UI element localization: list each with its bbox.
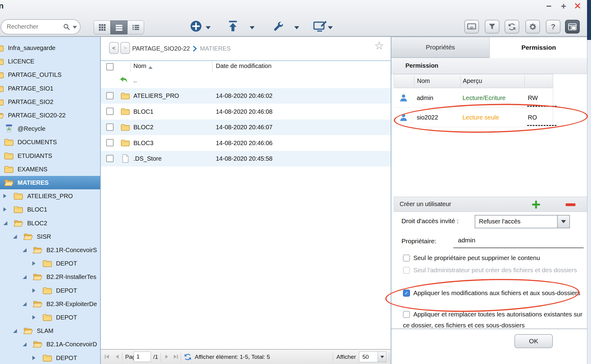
refresh-icon[interactable] (505, 20, 519, 34)
ok-button[interactable]: OK (514, 334, 553, 348)
sidebar-item-b2-3r-exploiterde[interactable]: B2.3R-ExploiterDe (0, 297, 100, 311)
file-row-bloc2[interactable]: BLOC214-08-2020 20:46:07 (101, 120, 391, 135)
page-size-select[interactable]: 50 (359, 352, 386, 362)
minimize-button[interactable]: − (543, 1, 555, 12)
tree-expanded-arrow-icon[interactable] (13, 329, 17, 333)
help-icon[interactable]: ? (546, 20, 560, 34)
sidebar-item-b2-1r-concevoirs[interactable]: B2.1R-ConcevoirS (0, 243, 100, 257)
sidebar-item-bloc1[interactable]: BLOC1 (0, 203, 100, 216)
back-button[interactable]: < (109, 42, 119, 54)
sidebar-item-depot[interactable]: DEPOT (0, 311, 100, 324)
column-header-name[interactable]: Nom (133, 62, 146, 70)
tools-caret-icon[interactable] (294, 26, 299, 29)
tools-wrench-icon[interactable] (273, 21, 284, 34)
remote-mount-caret-icon[interactable] (328, 26, 333, 29)
previous-page-icon[interactable] (114, 354, 120, 360)
tree-expanded-arrow-icon[interactable] (23, 302, 27, 306)
sidebar-item-partage-sio1[interactable]: PARTAGE_SIO1 (0, 82, 100, 95)
file-row-ds-store[interactable]: .DS_Store14-08-2020 20:45:58 (101, 151, 391, 166)
search-box[interactable] (1, 19, 81, 34)
tree-collapsed-arrow-icon[interactable] (3, 207, 6, 212)
magnifier-icon[interactable] (63, 23, 70, 30)
row-checkbox[interactable] (106, 155, 114, 162)
row-checkbox[interactable] (106, 108, 114, 115)
sidebar-item-ateliers-pro[interactable]: ATELIERS_PRO (0, 189, 100, 203)
view-grid-button[interactable] (94, 20, 111, 34)
tab-proprietes[interactable]: Propriétés (391, 37, 490, 58)
tree-collapsed-arrow-icon[interactable] (32, 315, 35, 319)
tree-collapsed-arrow-icon[interactable] (32, 288, 35, 293)
remote-mount-icon[interactable] (313, 20, 327, 34)
row-checkbox[interactable] (106, 123, 114, 131)
add-user-icon[interactable] (531, 200, 541, 209)
layout-panel-icon[interactable] (565, 20, 580, 34)
column-header-date[interactable]: Date de modification (216, 62, 271, 70)
sidebar-item-partage-sio2[interactable]: PARTAGE_SIO2 (0, 95, 100, 109)
sidebar-item-documents[interactable]: DOCUMENTS (0, 135, 100, 149)
next-page-icon[interactable] (164, 354, 170, 360)
sidebar-item-partage-outils[interactable]: PARTAGE_OUTILS (0, 68, 100, 81)
sidebar-item-examens[interactable]: EXAMENS (0, 162, 100, 176)
tree-collapsed-arrow-icon[interactable] (3, 194, 6, 198)
sidebar-item-recycle[interactable]: @Recycle (0, 122, 100, 135)
guest-access-caret-icon[interactable] (557, 216, 569, 228)
sidebar-item-matieres[interactable]: MATIERES (0, 176, 100, 189)
close-button[interactable]: ✕ (571, 1, 584, 12)
sidebar-item-b2-2r-installertes[interactable]: B2.2R-InstallerTes (0, 270, 100, 284)
tree-expanded-arrow-icon[interactable] (23, 248, 27, 252)
sidebar-item-depot[interactable]: DEPOT (0, 284, 100, 297)
file-row-bloc3[interactable]: BLOC314-08-2020 20:46:06 (101, 135, 391, 151)
search-input[interactable] (6, 22, 62, 31)
sidebar-item-depot[interactable]: DEPOT (0, 257, 100, 270)
forward-button[interactable]: > (120, 42, 130, 54)
scrollbar-track[interactable] (587, 40, 591, 364)
sidebar-item-infra-sauvegarde[interactable]: Infra_sauvegarde (0, 41, 100, 55)
sort-ascending-icon[interactable] (148, 66, 153, 69)
tab-permission[interactable]: Permission (490, 37, 588, 58)
page-size-caret-icon[interactable] (378, 352, 386, 362)
sidebar-item-licence[interactable]: LICENCE (0, 55, 100, 68)
tree-collapsed-arrow-icon[interactable] (32, 261, 35, 266)
sidebar-item-bloc2[interactable]: BLOC2 (0, 216, 100, 230)
permission-row-admin[interactable]: adminLecture/EcritureRW (394, 88, 553, 108)
perm-header-preview[interactable]: Aperçu (463, 77, 482, 84)
file-row-bloc1[interactable]: BLOC114-08-2020 20:46:08 (101, 104, 391, 119)
sidebar-item-b2-1a-concevoird[interactable]: B2.1A-ConcevoirD (0, 337, 100, 351)
perm-header-name[interactable]: Nom (417, 77, 430, 84)
view-list-button[interactable] (111, 20, 127, 34)
last-page-icon[interactable] (173, 354, 179, 360)
settings-gear-icon[interactable] (525, 20, 540, 34)
favorite-star-icon[interactable]: ☆ (374, 39, 384, 52)
sidebar-item-partage-sio20-22[interactable]: PARTAGE_SIO20-22 (0, 109, 100, 122)
cast-icon[interactable] (464, 20, 479, 34)
new-caret-icon[interactable] (206, 26, 211, 29)
sidebar-item-slam[interactable]: SLAM (0, 324, 100, 337)
first-page-icon[interactable] (104, 354, 110, 360)
tree-expanded-arrow-icon[interactable] (23, 275, 27, 279)
file-row-parent[interactable]: .. (101, 72, 391, 88)
sidebar-item-sisr[interactable]: SISR (0, 230, 100, 243)
maximize-button[interactable]: + (557, 1, 570, 12)
tree-expanded-arrow-icon[interactable] (13, 235, 17, 239)
search-options-caret-icon[interactable] (73, 26, 77, 29)
view-detail-button[interactable] (127, 20, 144, 34)
tree-expanded-arrow-icon[interactable] (23, 342, 27, 346)
upload-caret-icon[interactable] (250, 26, 255, 29)
breadcrumb-segment[interactable]: PARTAGE_SIO20-22 (132, 45, 190, 52)
upload-icon[interactable] (227, 20, 239, 34)
remove-user-icon[interactable] (566, 203, 575, 206)
file-row-ateliers-pro[interactable]: ATELIERS_PRO14-08-2020 20:46:02 (101, 88, 391, 104)
sidebar-item-depot[interactable]: DEPOT (0, 351, 100, 364)
guest-access-select[interactable]: Refuser l'accès (475, 215, 570, 228)
sidebar-item-etudiants[interactable]: ETUDIANTS (0, 149, 100, 162)
select-all-checkbox[interactable] (106, 63, 114, 70)
row-checkbox[interactable] (106, 139, 114, 146)
page-number-input[interactable] (134, 352, 151, 362)
permission-row-sio2022[interactable]: sio2022Lecture seuleRO (394, 108, 553, 127)
owner-value[interactable]: admin (458, 237, 475, 244)
filter-icon[interactable] (485, 20, 499, 34)
tree-collapsed-arrow-icon[interactable] (32, 356, 35, 360)
tree-expanded-arrow-icon[interactable] (3, 221, 7, 225)
new-plus-icon[interactable] (190, 20, 202, 34)
refresh-list-icon[interactable] (184, 353, 192, 361)
